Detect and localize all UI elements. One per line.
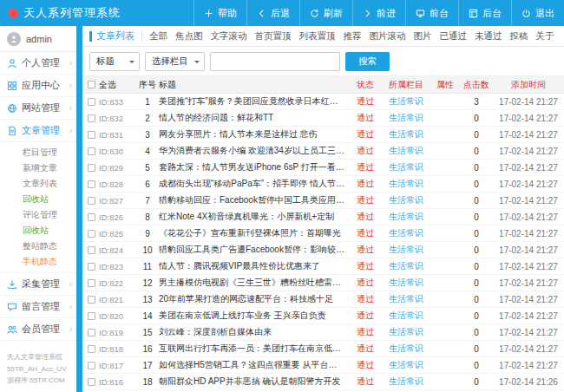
filter-tab[interactable]: 文字滚动 [211,30,247,42]
filter-tab[interactable]: 未通过 [475,30,502,42]
row-title-link[interactable]: 刘云峰：深度剖析自媒体由来 [159,326,349,338]
submenu-item[interactable]: 回收站 [0,223,76,238]
row-title-link[interactable]: 互联网出行打车再添一员：美团打车在南京低调试运行 [159,343,349,355]
row-title-link[interactable]: 猎豹移动回应：Facebook暂停中国工具类应用广告不影响其营收 [159,194,349,206]
filter-tab[interactable]: 焦点图 [175,30,203,42]
row-title-link[interactable]: 套路太深：情人节男友送iPhone 6sP 打开一看… [159,161,349,173]
submenu-item[interactable]: 回收站 [0,192,76,207]
topbar-action-button[interactable]: 刷新 [299,0,352,26]
topbar-action-button[interactable]: 帮助 [193,0,246,26]
row-checkbox[interactable] [88,213,95,221]
row-category-link[interactable]: 生活常识 [382,359,430,371]
topbar-action-button[interactable]: 后退 [246,0,299,26]
row-title-link[interactable]: 朝阳群众HD APP并非恶搞 确认是朝阳警方开发 [159,376,349,388]
row-title-link[interactable]: 男主播模仿电视剧《三生三世》糟粉丝吐槽雷翻众人 [159,277,349,289]
filter-tab[interactable]: 首页置顶 [255,30,292,42]
table-row[interactable]: ID:833 1 美团推“打车”服务？美团回应竟然收录日本红灯区！ 通过 生活常… [82,94,564,110]
row-checkbox[interactable] [88,164,95,172]
topbar-action-button[interactable]: 退出 [511,0,564,26]
submenu-item[interactable]: 整站静态 [0,238,76,254]
row-checkbox[interactable] [88,378,95,386]
select-all-checkbox[interactable] [88,81,95,88]
table-row[interactable]: ID:831 3 网友分享照片：情人节本来是这样过 悲伤 通过 生活常识 0 1… [82,127,564,143]
row-checkbox[interactable] [88,114,95,122]
field-select[interactable]: 标题 [89,52,140,71]
row-title-link[interactable]: 成都街头出现“移动PaPa车”：招手即停 情人节特供 [159,178,349,190]
topbar-action-button[interactable]: 后台 [458,0,511,26]
row-checkbox[interactable] [88,131,95,139]
row-category-link[interactable]: 生活常识 [382,161,430,173]
filter-tab[interactable]: 列表置顶 [299,30,336,42]
filter-tab[interactable]: 已通过 [440,30,468,42]
sidebar-item[interactable]: 采集管理 › [0,273,76,296]
row-checkbox[interactable] [88,296,95,304]
table-row[interactable]: ID:824 10 猎豹回应工具类广告遭Facebook暂停：影响较为有限 通过… [82,242,564,258]
row-checkbox[interactable] [88,362,95,369]
topbar-action-button[interactable]: 前进 [352,0,405,26]
table-row[interactable]: ID:821 13 20年前苹果打造的网恋速配平台：科技感十足 通过 生活常识 … [82,291,564,308]
row-category-link[interactable]: 生活常识 [382,310,430,322]
table-row[interactable]: ID:827 7 猎豹移动回应：Facebook暂停中国工具类应用广告不影响其营… [82,193,564,209]
search-button[interactable]: 搜索 [345,52,390,71]
filter-tab[interactable]: 全部 [149,30,167,42]
row-checkbox[interactable] [88,98,95,106]
row-checkbox[interactable] [88,230,95,238]
row-title-link[interactable]: 如何选择H5营销工具？这四点很重要 从平台对比出发 [159,359,349,371]
submenu-item[interactable]: 文章列表 [0,176,76,192]
sidebar-item[interactable]: 会员管理 › [0,318,76,341]
row-category-link[interactable]: 生活常识 [382,145,430,157]
row-category-link[interactable]: 生活常识 [382,244,430,256]
search-input[interactable] [210,52,340,71]
row-title-link[interactable]: 网友分享照片：情人节本来是这样过 悲伤 [159,128,349,140]
submenu-item[interactable]: 评论管理 [0,207,76,223]
submenu-item[interactable]: 手机静态 [0,254,76,270]
row-title-link[interactable]: 美团在南京低调上线打车业务 王兴亲自负责 [159,310,349,322]
table-row[interactable]: ID:823 11 情人节：腾讯视频VIP最具性价比优惠来了 通过 生活常识 0… [82,258,564,275]
row-title-link[interactable]: 情人节：腾讯视频VIP最具性价比优惠来了 [159,260,349,272]
table-row[interactable]: ID:828 6 成都街头出现“移动PaPa车”：招手即停 情人节特供 通过 生… [82,176,564,193]
row-checkbox[interactable] [88,279,95,287]
table-row[interactable]: ID:830 4 华为消费者云服务小编 欢迎清34岁以上员工三线城市返回 通过 … [82,143,564,160]
topbar-action-button[interactable]: 前台 [405,0,458,26]
row-title-link[interactable]: 20年前苹果打造的网恋速配平台：科技感十足 [159,293,349,305]
filter-tab[interactable]: 图片滚动 [370,30,406,42]
row-checkbox[interactable] [88,147,95,155]
row-checkbox[interactable] [88,345,95,353]
row-category-link[interactable]: 生活常识 [382,293,430,305]
table-row[interactable]: ID:817 17 如何选择H5营销工具？这四点很重要 从平台对比出发 通过 生… [82,357,564,374]
row-category-link[interactable]: 生活常识 [382,260,430,272]
table-row[interactable]: ID:829 5 套路太深：情人节男友送iPhone 6sP 打开一看… 通过 … [82,160,564,176]
submenu-item[interactable]: 新增文章 [0,160,76,176]
row-category-link[interactable]: 生活常识 [382,211,430,223]
filter-tab[interactable]: 图片 [414,30,432,42]
filter-tab[interactable]: 关于 [536,30,554,42]
row-category-link[interactable]: 生活常识 [382,95,430,108]
row-category-link[interactable]: 生活常识 [382,178,430,190]
sidebar-item[interactable]: 个人管理 › [0,52,76,75]
row-checkbox[interactable] [88,263,95,271]
row-category-link[interactable]: 生活常识 [382,343,430,355]
filter-tab[interactable]: 投稿 [510,30,528,42]
table-row[interactable]: ID:816 18 朝阳群众HD APP并非恶搞 确认是朝阳警方开发 通过 生活… [82,374,564,390]
row-category-link[interactable]: 生活常识 [382,277,430,289]
submenu-item[interactable]: 栏目管理 [0,145,76,160]
row-category-link[interactable]: 生活常识 [382,112,430,124]
user-menu[interactable]: admin [0,26,76,52]
row-category-link[interactable]: 生活常识 [382,194,430,206]
table-row[interactable]: ID:826 8 红米Note 4X初音绿真机曝光：小屏新机+定制 通过 生活常… [82,209,564,225]
row-title-link[interactable]: 猎豹回应工具类广告遭Facebook暂停：影响较为有限 [159,244,349,256]
filter-tab[interactable]: 推荐 [344,30,362,42]
table-row[interactable]: ID:832 2 情人节的经济问题：鲜花和TT 通过 生活常识 0 17-02-… [82,110,564,127]
row-title-link[interactable]: 华为消费者云服务小编 欢迎清34岁以上员工三线城市返回 [159,145,349,157]
sidebar-item[interactable]: 网站管理 › [0,97,76,120]
row-checkbox[interactable] [88,312,95,320]
sidebar-item-articles[interactable]: 文章管理 › [0,120,76,142]
row-category-link[interactable]: 生活常识 [382,227,430,239]
table-row[interactable]: ID:819 15 刘云峰：深度剖析自媒体由来 通过 生活常识 0 17-02-… [82,324,564,341]
row-category-link[interactable]: 生活常识 [382,326,430,338]
sidebar-item[interactable]: 留言管理 › [0,296,76,318]
row-title-link[interactable]: 美团推“打车”服务？美团回应竟然收录日本红灯区！ [159,95,349,108]
table-row[interactable]: ID:822 12 男主播模仿电视剧《三生三世》糟粉丝吐槽雷翻众人 通过 生活常… [82,275,564,291]
row-checkbox[interactable] [88,197,95,205]
table-row[interactable]: ID:820 14 美团在南京低调上线打车业务 王兴亲自负责 通过 生活常识 0… [82,308,564,324]
